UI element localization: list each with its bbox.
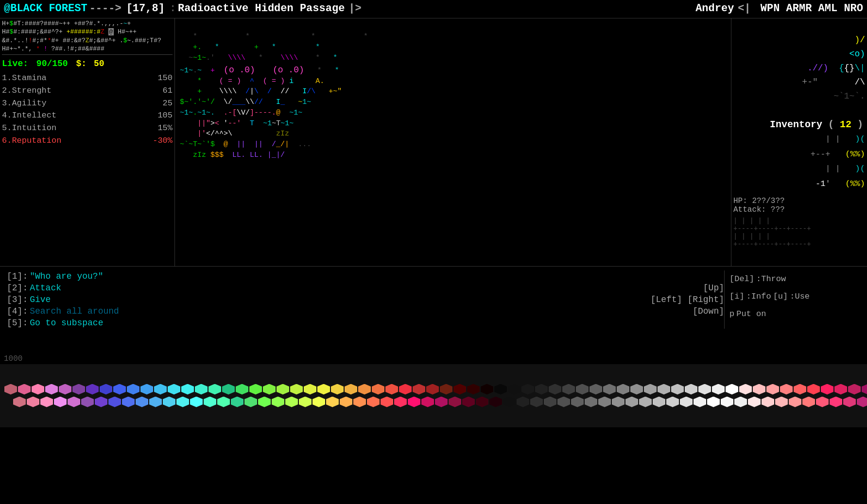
- palette-hex[interactable]: [544, 397, 556, 407]
- palette-hex[interactable]: [753, 384, 765, 395]
- palette-hex[interactable]: [413, 384, 425, 395]
- palette-hex[interactable]: [426, 384, 439, 395]
- palette-hex[interactable]: [517, 397, 529, 407]
- palette-hex[interactable]: [726, 384, 738, 395]
- palette-hex[interactable]: [326, 397, 339, 407]
- palette-hex[interactable]: [81, 397, 94, 407]
- palette-hex[interactable]: [807, 384, 820, 395]
- palette-hex[interactable]: [108, 397, 121, 407]
- palette-hex[interactable]: [317, 384, 330, 395]
- palette-hex[interactable]: [195, 384, 208, 395]
- palette-hex[interactable]: [312, 397, 325, 407]
- palette-hex[interactable]: [249, 384, 262, 395]
- palette-hex[interactable]: [399, 384, 412, 395]
- palette-hex[interactable]: [304, 384, 316, 395]
- palette-hex[interactable]: [100, 384, 112, 395]
- action-2[interactable]: [2]: Attack [Up]: [7, 282, 724, 294]
- palette-hex[interactable]: [290, 384, 303, 395]
- palette-hex[interactable]: [27, 397, 39, 407]
- palette-hex[interactable]: [508, 384, 520, 395]
- palette-hex[interactable]: [385, 384, 398, 395]
- palette-hex[interactable]: [762, 397, 774, 407]
- palette-hex[interactable]: [208, 384, 221, 395]
- action-1[interactable]: [1]: "Who are you?": [7, 270, 724, 282]
- palette-hex[interactable]: [263, 384, 276, 395]
- palette-hex[interactable]: [163, 397, 175, 407]
- palette-hex[interactable]: [476, 397, 488, 407]
- palette-hex[interactable]: [775, 397, 788, 407]
- palette-hex[interactable]: [140, 384, 153, 395]
- palette-hex[interactable]: [739, 384, 752, 395]
- palette-hex[interactable]: [766, 384, 779, 395]
- palette-hex[interactable]: [467, 384, 480, 395]
- palette-hex[interactable]: [862, 384, 867, 395]
- action-4[interactable]: [4]: Search all around [Down]: [7, 305, 724, 317]
- palette-hex[interactable]: [435, 397, 448, 407]
- palette-hex[interactable]: [168, 384, 180, 395]
- palette-hex[interactable]: [181, 384, 194, 395]
- palette-hex[interactable]: [299, 397, 312, 407]
- palette-hex[interactable]: [494, 384, 507, 395]
- palette-hex[interactable]: [625, 397, 638, 407]
- palette-hex[interactable]: [13, 397, 26, 407]
- palette-hex[interactable]: [734, 397, 747, 407]
- palette-hex[interactable]: [712, 384, 725, 395]
- action-3[interactable]: [3]: Give [Left] [Right]: [7, 294, 724, 305]
- palette-hex[interactable]: [372, 384, 384, 395]
- palette-hex[interactable]: [222, 384, 235, 395]
- palette-hex[interactable]: [802, 397, 815, 407]
- palette-hex[interactable]: [585, 397, 597, 407]
- palette-hex[interactable]: [59, 384, 71, 395]
- palette-hex[interactable]: [236, 384, 248, 395]
- palette-hex[interactable]: [381, 397, 393, 407]
- palette-hex[interactable]: [794, 384, 806, 395]
- palette-hex[interactable]: [421, 397, 434, 407]
- palette-hex[interactable]: [72, 384, 85, 395]
- palette-hex[interactable]: [4, 384, 17, 395]
- palette-hex[interactable]: [190, 397, 203, 407]
- palette-hex[interactable]: [503, 397, 516, 407]
- palette-hex[interactable]: [40, 397, 53, 407]
- palette-hex[interactable]: [340, 397, 352, 407]
- palette-hex[interactable]: [149, 397, 162, 407]
- palette-hex[interactable]: [353, 397, 366, 407]
- palette-hex[interactable]: [95, 397, 107, 407]
- palette-hex[interactable]: [617, 384, 629, 395]
- palette-hex[interactable]: [848, 384, 861, 395]
- palette-hex[interactable]: [530, 397, 543, 407]
- action-5[interactable]: [5]: Go to subspace: [7, 317, 724, 329]
- palette-hex[interactable]: [821, 384, 833, 395]
- palette-hex[interactable]: [54, 397, 67, 407]
- palette-hex[interactable]: [489, 397, 502, 407]
- palette-hex[interactable]: [603, 384, 616, 395]
- palette-hex[interactable]: [481, 384, 493, 395]
- palette-hex[interactable]: [394, 397, 407, 407]
- palette-hex[interactable]: [671, 384, 684, 395]
- palette-hex[interactable]: [843, 397, 856, 407]
- palette-hex[interactable]: [258, 397, 271, 407]
- palette-hex[interactable]: [590, 384, 602, 395]
- palette-hex[interactable]: [345, 384, 357, 395]
- palette-hex[interactable]: [834, 384, 847, 395]
- palette-hex[interactable]: [154, 384, 167, 395]
- palette-hex[interactable]: [32, 384, 44, 395]
- palette-hex[interactable]: [68, 397, 80, 407]
- palette-hex[interactable]: [816, 397, 829, 407]
- palette-hex[interactable]: [721, 397, 733, 407]
- palette-hex[interactable]: [127, 384, 139, 395]
- palette-hex[interactable]: [658, 384, 670, 395]
- palette-hex[interactable]: [576, 384, 589, 395]
- palette-hex[interactable]: [789, 397, 801, 407]
- palette-hex[interactable]: [521, 384, 534, 395]
- palette-hex[interactable]: [549, 384, 561, 395]
- palette-hex[interactable]: [136, 397, 148, 407]
- palette-hex[interactable]: [694, 397, 706, 407]
- palette-hex[interactable]: [598, 397, 611, 407]
- palette-hex[interactable]: [639, 397, 652, 407]
- palette-hex[interactable]: [231, 397, 243, 407]
- palette-hex[interactable]: [449, 397, 461, 407]
- palette-hex[interactable]: [685, 384, 697, 395]
- palette-hex[interactable]: [244, 397, 257, 407]
- palette-hex[interactable]: [358, 384, 371, 395]
- palette-hex[interactable]: [780, 384, 793, 395]
